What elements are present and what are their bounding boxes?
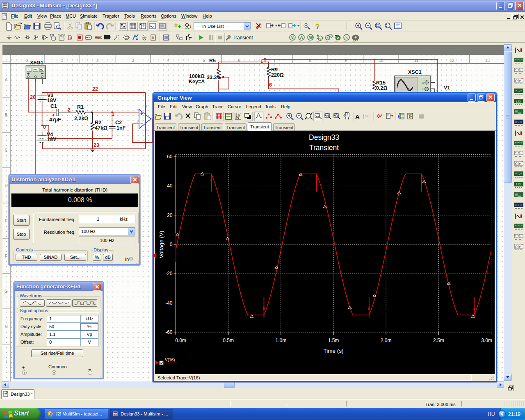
svg-text:40: 40 <box>167 183 173 189</box>
svg-text:47µF: 47µF <box>49 117 61 123</box>
svg-text:18V: 18V <box>47 137 57 142</box>
svg-text:TTL: TTL <box>50 34 55 37</box>
svg-text:2.0m: 2.0m <box>381 338 392 343</box>
svg-text:Transient: Transient <box>233 35 253 41</box>
svg-text:1.0m: 1.0m <box>275 338 286 343</box>
svg-text:V: V <box>337 36 339 40</box>
svg-text:C1: C1 <box>50 103 57 109</box>
svg-text:0.5m: 0.5m <box>223 338 234 343</box>
svg-text:2: 2 <box>137 120 139 124</box>
svg-text:33.3: 33.3 <box>207 75 217 80</box>
svg-text:V: V <box>330 35 332 38</box>
svg-text:V1: V1 <box>444 85 450 91</box>
svg-text:R2: R2 <box>95 120 101 126</box>
svg-text:A: A <box>300 35 303 40</box>
svg-text:XSC1: XSC1 <box>408 69 422 75</box>
svg-text:123: 123 <box>516 100 521 103</box>
svg-text:CMOS: CMOS <box>58 34 65 37</box>
svg-text:V(16): V(16) <box>165 358 175 362</box>
svg-text:Key=A: Key=A <box>189 79 205 84</box>
svg-text:2.5m: 2.5m <box>433 338 444 343</box>
svg-text:100kΩ: 100kΩ <box>189 73 205 79</box>
svg-text:9: 9 <box>264 57 267 63</box>
svg-text:0: 0 <box>43 124 46 130</box>
svg-text:-20: -20 <box>165 271 173 276</box>
svg-text:x,y: x,y <box>365 114 368 117</box>
svg-text:W: W <box>309 35 313 40</box>
svg-text:2.2kΩ: 2.2kΩ <box>74 116 88 121</box>
svg-text:V: V <box>319 37 322 41</box>
svg-text:20: 20 <box>167 212 173 218</box>
svg-text:123: 123 <box>516 183 521 186</box>
svg-text:-40: -40 <box>165 300 173 306</box>
svg-text:3: 3 <box>137 108 139 112</box>
svg-text:A: A <box>326 37 329 40</box>
svg-text:R1: R1 <box>77 104 84 110</box>
svg-text:2: 2 <box>68 107 71 113</box>
svg-text:XFG1: XFG1 <box>30 60 43 66</box>
svg-text:0.0m: 0.0m <box>175 338 186 343</box>
svg-text:?: ? <box>315 23 320 30</box>
svg-text:47kΩ: 47kΩ <box>95 125 107 131</box>
svg-text:22: 22 <box>92 86 98 92</box>
svg-text:18V: 18V <box>47 98 57 103</box>
svg-text:V: V <box>291 35 294 40</box>
svg-text:Voltage (V): Voltage (V) <box>158 231 164 258</box>
svg-text:1.5m: 1.5m <box>328 338 339 343</box>
svg-text:20: 20 <box>30 94 36 100</box>
svg-text:T: T <box>422 88 424 91</box>
svg-text:Transient: Transient <box>309 144 339 152</box>
svg-text:G: G <box>422 82 424 84</box>
svg-text:-60: -60 <box>165 329 173 335</box>
svg-text:R5: R5 <box>209 58 216 64</box>
svg-text:D: D <box>70 36 72 40</box>
svg-text:3.0m: 3.0m <box>481 338 492 343</box>
svg-text:R9: R9 <box>271 67 278 73</box>
svg-text:220Ω: 220Ω <box>271 72 284 78</box>
svg-text:A: A <box>355 113 360 120</box>
svg-text:MISC: MISC <box>95 36 102 39</box>
svg-text:23: 23 <box>94 142 99 148</box>
svg-text:4: 4 <box>146 128 148 132</box>
svg-text:0.2Ω: 0.2Ω <box>376 85 387 91</box>
svg-text:60: 60 <box>167 154 173 160</box>
svg-text:Design33: Design33 <box>309 133 339 142</box>
svg-text:1: 1 <box>112 111 114 117</box>
svg-text:Time (s): Time (s) <box>324 348 344 354</box>
svg-text:%: % <box>217 75 221 80</box>
svg-text:1nF: 1nF <box>116 125 126 131</box>
svg-text:C2: C2 <box>115 120 122 126</box>
svg-text:8: 8 <box>146 105 148 108</box>
svg-text:0: 0 <box>170 242 173 247</box>
svg-text:6: 6 <box>269 82 272 88</box>
svg-text:R15: R15 <box>376 80 386 86</box>
